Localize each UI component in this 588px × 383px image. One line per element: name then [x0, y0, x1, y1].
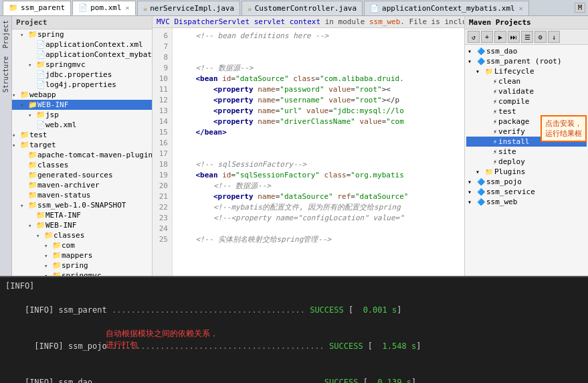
tree-tomcat-plugin[interactable]: 📁apache-tomcat-maven-plugin [12, 150, 152, 160]
console-line-4: [INFO] ssm_dao .........................… [5, 364, 583, 383]
tree-springmvc2[interactable]: ▾📁springmvc [12, 271, 152, 276]
tree-spring[interactable]: ▾📁spring [12, 29, 152, 40]
tree-maven-status[interactable]: 📁maven-status [12, 190, 152, 200]
maven-icon[interactable]: M [575, 3, 585, 13]
tree-classes[interactable]: 📁classes [12, 160, 152, 170]
maven-plugins[interactable]: ▾📁Plugins [466, 167, 587, 177]
code-content[interactable]: <!-- bean definitions here --> <!-- 数据源-… [173, 28, 464, 276]
editor-area: MVC DispatcherServlet servlet context in… [153, 16, 464, 276]
project-panel: Project ▾📁spring 📄applicationContext.xml… [12, 16, 153, 276]
editor-info-bar: MVC DispatcherServlet servlet context in… [153, 16, 464, 28]
bottom-console: [INFO] [INFO] ssm_parent ...............… [0, 276, 588, 383]
maven-test[interactable]: ⚡test [466, 106, 587, 117]
main-area: Project Structure Project ▾📁spring 📄appl… [0, 16, 588, 276]
tree-webapp[interactable]: ▾📁webapp [12, 90, 152, 100]
tree-webinf[interactable]: ▾📁WEB-INF [12, 100, 152, 110]
tab-label: CustomerController.java [255, 4, 357, 13]
tab-bar: 📁 ssm_parent 📄 pom.xml ✕ ☕ nerServiceImp… [0, 0, 588, 16]
console-annotation: 自动根据模块之间的依赖关系，进行打包 [106, 328, 218, 351]
tree-com[interactable]: ▾📁com [12, 240, 152, 250]
tree-classes2[interactable]: ▾📁classes [12, 230, 152, 240]
maven-lifecycle[interactable]: ▾📁Lifecycle [466, 66, 587, 76]
tab-label: applicationContext_mybatis.xml [382, 4, 515, 13]
tree-spring2[interactable]: ▾📁spring [12, 260, 152, 271]
tree-appcontext[interactable]: 📄applicationContext.xml [12, 40, 152, 50]
tree-appcontext-mybatis[interactable]: 📄applicationContext_mybatis.xml [12, 50, 152, 60]
tab-icon: 📁 [9, 3, 18, 12]
tab-label: nerServiceImpl.java [150, 4, 234, 13]
tab-pom-xml[interactable]: 📄 pom.xml ✕ [72, 1, 135, 15]
maven-site[interactable]: ⚡site [466, 147, 587, 157]
console-line-1: [INFO] [5, 280, 583, 292]
maven-package[interactable]: ⚡package [466, 117, 587, 127]
maven-settings-btn[interactable]: ⚙ [534, 31, 547, 43]
maven-ssm-dao[interactable]: ▾🔷ssm_dao [466, 46, 587, 56]
left-sidebar: Project Structure [0, 16, 12, 276]
tree-jdbc[interactable]: 📄jdbc.properties [12, 70, 152, 80]
project-tree: ▾📁spring 📄applicationContext.xml 📄applic… [12, 29, 152, 276]
tab-appcontext-mybatis[interactable]: 📄 applicationContext_mybatis.xml ✕ [364, 1, 529, 15]
maven-validate[interactable]: ⚡validate [466, 86, 587, 96]
tree-target[interactable]: ▾📁target [12, 140, 152, 150]
tree-maven-archiver[interactable]: 📁maven-archiver [12, 180, 152, 190]
maven-toolbar: ↺ + ▶ ⏭ ☰ ⚙ ↓ [465, 29, 588, 45]
maven-refresh-btn[interactable]: ↺ [468, 31, 480, 43]
maven-panel-header: Maven Projects [465, 16, 588, 29]
tree-webxml[interactable]: 📄web.xml [12, 120, 152, 130]
tree-test[interactable]: ▾📁test [12, 130, 152, 140]
maven-ssm-pojo[interactable]: ▾🔷ssm_pojo [466, 177, 587, 187]
maven-ssm-parent[interactable]: ▾🔷ssm_parent (root) [466, 56, 587, 66]
tree-springmvc[interactable]: ▾📁springmvc [12, 60, 152, 70]
tree-webinf2[interactable]: ▾📁WEB-INF [12, 220, 152, 230]
tab-label: ssm_parent [21, 3, 65, 12]
line-numbers: 6 7 8 9 10 11 12 13 14 15 16 17 18 19 20… [153, 28, 173, 276]
maven-tree: ▾🔷ssm_dao ▾🔷ssm_parent (root) ▾📁Lifecycl… [465, 45, 588, 276]
tab-nerservice[interactable]: ☕ nerServiceImpl.java [137, 1, 240, 15]
maven-run-btn[interactable]: ▶ [494, 31, 506, 43]
tree-log4j[interactable]: 📄log4j.properties [12, 80, 152, 90]
maven-compile[interactable]: ⚡compile [466, 96, 587, 106]
tab-label: pom.xml [90, 3, 121, 12]
tree-meta-inf[interactable]: 📁META-INF [12, 210, 152, 220]
console-line-3: [INFO] ssm_pojo ........................… [5, 328, 583, 364]
console-line-3-wrapper: [INFO] ssm_pojo ........................… [5, 328, 583, 364]
tab-icon: ☕ [143, 4, 148, 13]
tab-icon: 📄 [370, 4, 379, 13]
project-panel-header: Project [12, 16, 152, 29]
tree-mappers[interactable]: ▾📁mappers [12, 250, 152, 260]
sidebar-label-project[interactable]: Project [1, 16, 11, 52]
tree-jsp[interactable]: ▾📁jsp [12, 110, 152, 120]
maven-deploy[interactable]: ⚡deploy [466, 157, 587, 167]
tree-generated-sources[interactable]: 📁generated-sources [12, 170, 152, 180]
maven-install[interactable]: ⚡install [466, 137, 587, 147]
maven-verify[interactable]: ⚡verify [466, 127, 587, 137]
console-line-2: [INFO] ssm_parent ......................… [5, 292, 583, 328]
code-area: 6 7 8 9 10 11 12 13 14 15 16 17 18 19 20… [153, 28, 464, 276]
maven-ssm-service[interactable]: ▾🔷ssm_service [466, 187, 587, 197]
maven-toggle-btn[interactable]: ☰ [521, 31, 533, 43]
maven-add-btn[interactable]: + [481, 31, 493, 43]
sidebar-label-structure[interactable]: Structure [1, 52, 11, 96]
tree-ssm-snapshot[interactable]: ▾📁ssm_web-1.0-SNAPSHOT [12, 200, 152, 210]
tab-customercontroller[interactable]: ☕ CustomerController.java [241, 1, 363, 15]
tab-icon: ☕ [248, 4, 252, 13]
tab-ssm-parent[interactable]: 📁 ssm_parent [3, 1, 71, 15]
maven-panel: Maven Projects ↺ + ▶ ⏭ ☰ ⚙ ↓ ▾🔷ssm_dao ▾… [464, 16, 588, 276]
maven-skip-btn[interactable]: ⏭ [508, 31, 520, 43]
maven-download-btn[interactable]: ↓ [548, 31, 560, 43]
tab-icon: 📄 [78, 3, 88, 12]
maven-clean[interactable]: ⚡clean [466, 76, 587, 86]
maven-ssm-web[interactable]: ▾🔷ssm_web [466, 197, 587, 207]
